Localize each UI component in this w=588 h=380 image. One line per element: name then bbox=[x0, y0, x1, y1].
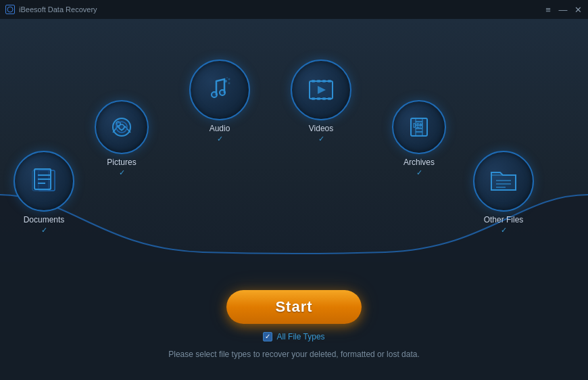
file-type-pictures[interactable]: Pictures ✓ bbox=[95, 100, 149, 177]
file-type-archives[interactable]: DIM Archives ✓ bbox=[392, 100, 446, 177]
pictures-check: ✓ bbox=[119, 168, 125, 177]
svg-rect-27 bbox=[328, 80, 331, 82]
videos-label: Videos bbox=[309, 124, 333, 133]
other-circle bbox=[473, 151, 534, 212]
videos-check: ✓ bbox=[318, 135, 324, 143]
svg-rect-31 bbox=[328, 97, 331, 100]
title-bar: iBeesoft Data Recovery ≡ — ✕ bbox=[0, 0, 588, 19]
svg-text:DIM: DIM bbox=[413, 123, 423, 129]
svg-point-18 bbox=[220, 90, 225, 95]
audio-check: ✓ bbox=[217, 135, 223, 143]
audio-circle bbox=[189, 60, 250, 120]
svg-point-22 bbox=[226, 77, 228, 78]
title-bar-left: iBeesoft Data Recovery bbox=[5, 5, 97, 14]
start-button[interactable]: Start bbox=[226, 290, 362, 324]
menu-button[interactable]: ≡ bbox=[543, 5, 553, 14]
svg-point-17 bbox=[212, 92, 217, 97]
main-area: Documents ✓ Pictures ✓ bbox=[0, 19, 588, 262]
svg-point-20 bbox=[228, 78, 230, 80]
file-type-videos[interactable]: Videos ✓ bbox=[291, 60, 351, 143]
app-icon bbox=[5, 5, 15, 14]
file-type-other[interactable]: Other Files ✓ bbox=[473, 151, 534, 235]
other-label: Other Files bbox=[484, 215, 524, 224]
svg-point-16 bbox=[119, 124, 124, 130]
archives-check: ✓ bbox=[416, 168, 422, 177]
archives-label: Archives bbox=[403, 158, 435, 167]
app-title: iBeesoft Data Recovery bbox=[19, 5, 97, 14]
svg-rect-30 bbox=[322, 97, 326, 100]
audio-label: Audio bbox=[210, 124, 230, 133]
svg-rect-26 bbox=[322, 80, 326, 82]
svg-rect-25 bbox=[317, 80, 320, 82]
pictures-circle bbox=[95, 100, 149, 154]
documents-label: Documents bbox=[24, 215, 65, 224]
file-type-audio[interactable]: Audio ✓ bbox=[189, 60, 250, 143]
archives-circle: DIM bbox=[392, 100, 446, 154]
documents-check: ✓ bbox=[41, 226, 47, 235]
all-file-types-label[interactable]: All File Types bbox=[276, 332, 324, 341]
window-controls: ≡ — ✕ bbox=[543, 5, 583, 14]
all-file-types-checkbox[interactable] bbox=[263, 332, 272, 341]
other-check: ✓ bbox=[501, 226, 507, 235]
documents-circle bbox=[14, 151, 74, 212]
svg-point-19 bbox=[224, 80, 227, 82]
all-file-types-row: All File Types bbox=[263, 332, 324, 341]
close-button[interactable]: ✕ bbox=[573, 5, 583, 14]
svg-point-21 bbox=[228, 82, 230, 85]
videos-circle bbox=[291, 60, 351, 120]
hint-text: Please select file types to recover your… bbox=[168, 350, 420, 359]
svg-rect-24 bbox=[312, 80, 315, 82]
svg-point-0 bbox=[7, 7, 13, 12]
svg-rect-28 bbox=[312, 97, 315, 100]
bottom-panel: Start All File Types Please select file … bbox=[0, 262, 588, 380]
file-type-documents[interactable]: Documents ✓ bbox=[14, 151, 74, 235]
svg-rect-29 bbox=[317, 97, 320, 100]
minimize-button[interactable]: — bbox=[558, 5, 568, 14]
pictures-label: Pictures bbox=[107, 158, 136, 167]
